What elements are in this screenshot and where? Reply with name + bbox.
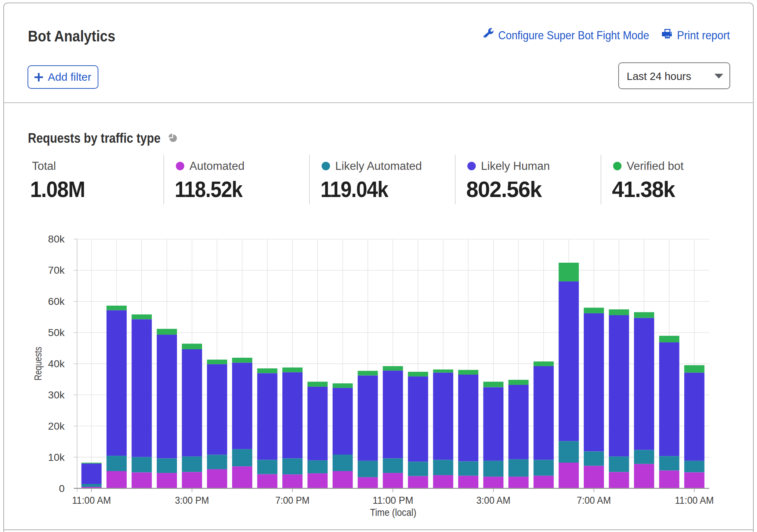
svg-text:3:00 PM: 3:00 PM [175, 495, 209, 506]
svg-text:30k: 30k [48, 389, 65, 401]
svg-text:40k: 40k [48, 358, 65, 369]
svg-text:60k: 60k [48, 296, 65, 307]
svg-text:80k: 80k [48, 233, 65, 245]
svg-text:3:00 AM: 3:00 AM [476, 495, 510, 506]
svg-text:0: 0 [59, 483, 65, 494]
svg-text:70k: 70k [48, 265, 65, 276]
svg-text:Requests: Requests [33, 347, 44, 380]
svg-text:11:00 PM: 11:00 PM [373, 495, 413, 506]
svg-text:7:00 AM: 7:00 AM [577, 495, 611, 506]
svg-text:10k: 10k [48, 452, 65, 463]
svg-text:20k: 20k [48, 420, 65, 432]
svg-text:11:00 AM: 11:00 AM [675, 495, 714, 506]
svg-text:50k: 50k [48, 327, 65, 338]
svg-text:Time (local): Time (local) [370, 507, 416, 518]
svg-text:7:00 PM: 7:00 PM [275, 495, 309, 506]
svg-text:11:00 AM: 11:00 AM [72, 495, 111, 506]
